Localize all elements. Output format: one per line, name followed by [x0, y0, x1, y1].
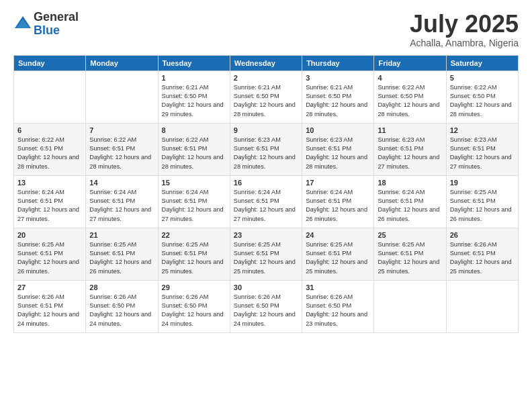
day-number: 13: [17, 179, 82, 187]
day-info: Sunrise: 6:24 AMSunset: 6:51 PMDaylight:…: [162, 188, 226, 224]
day-number: 7: [89, 126, 154, 134]
table-row: 20Sunrise: 6:25 AMSunset: 6:51 PMDayligh…: [14, 228, 86, 280]
calendar-table: Sunday Monday Tuesday Wednesday Thursday…: [13, 55, 519, 333]
day-info: Sunrise: 6:25 AMSunset: 6:51 PMDaylight:…: [306, 240, 370, 276]
day-info: Sunrise: 6:26 AMSunset: 6:51 PMDaylight:…: [17, 293, 82, 328]
table-row: 4Sunrise: 6:22 AMSunset: 6:50 PMDaylight…: [374, 71, 446, 123]
page: General Blue July 2025 Achalla, Anambra,…: [0, 0, 532, 411]
day-number: 17: [306, 179, 370, 187]
day-number: 12: [450, 126, 515, 134]
day-info: Sunrise: 6:26 AMSunset: 6:50 PMDaylight:…: [234, 293, 298, 328]
calendar-week-row: 27Sunrise: 6:26 AMSunset: 6:51 PMDayligh…: [14, 280, 519, 332]
day-info: Sunrise: 6:24 AMSunset: 6:51 PMDaylight:…: [378, 188, 442, 224]
table-row: 23Sunrise: 6:25 AMSunset: 6:51 PMDayligh…: [230, 228, 302, 280]
table-row: 27Sunrise: 6:26 AMSunset: 6:51 PMDayligh…: [14, 280, 86, 332]
table-row: 10Sunrise: 6:23 AMSunset: 6:51 PMDayligh…: [302, 123, 374, 175]
table-row: 29Sunrise: 6:26 AMSunset: 6:50 PMDayligh…: [158, 280, 230, 332]
day-info: Sunrise: 6:26 AMSunset: 6:50 PMDaylight:…: [89, 293, 154, 328]
header-saturday: Saturday: [446, 55, 518, 71]
day-number: 6: [17, 126, 82, 134]
day-info: Sunrise: 6:23 AMSunset: 6:51 PMDaylight:…: [234, 136, 298, 171]
day-info: Sunrise: 6:21 AMSunset: 6:50 PMDaylight:…: [306, 83, 370, 119]
day-number: 1: [162, 74, 226, 82]
day-number: 2: [234, 74, 298, 82]
table-row: 8Sunrise: 6:22 AMSunset: 6:51 PMDaylight…: [158, 123, 230, 175]
location: Achalla, Anambra, Nigeria: [410, 38, 519, 48]
day-info: Sunrise: 6:25 AMSunset: 6:51 PMDaylight:…: [378, 240, 442, 276]
table-row: 7Sunrise: 6:22 AMSunset: 6:51 PMDaylight…: [86, 123, 158, 175]
day-info: Sunrise: 6:22 AMSunset: 6:50 PMDaylight:…: [378, 83, 442, 119]
table-row: 22Sunrise: 6:25 AMSunset: 6:51 PMDayligh…: [158, 228, 230, 280]
day-info: Sunrise: 6:24 AMSunset: 6:51 PMDaylight:…: [89, 188, 154, 224]
table-row: 15Sunrise: 6:24 AMSunset: 6:51 PMDayligh…: [158, 175, 230, 228]
day-number: 16: [234, 179, 298, 187]
table-row: 26Sunrise: 6:26 AMSunset: 6:51 PMDayligh…: [446, 228, 518, 280]
calendar-week-row: 20Sunrise: 6:25 AMSunset: 6:51 PMDayligh…: [14, 228, 519, 280]
day-number: 5: [450, 74, 515, 82]
calendar-week-row: 13Sunrise: 6:24 AMSunset: 6:51 PMDayligh…: [14, 175, 519, 228]
day-number: 22: [162, 231, 226, 239]
day-info: Sunrise: 6:23 AMSunset: 6:51 PMDaylight:…: [450, 136, 515, 171]
day-info: Sunrise: 6:25 AMSunset: 6:51 PMDaylight:…: [234, 240, 298, 276]
day-number: 21: [89, 231, 154, 239]
day-number: 26: [450, 231, 515, 239]
header-monday: Monday: [86, 55, 158, 71]
day-info: Sunrise: 6:25 AMSunset: 6:51 PMDaylight:…: [17, 240, 82, 276]
day-info: Sunrise: 6:24 AMSunset: 6:51 PMDaylight:…: [306, 188, 370, 224]
day-number: 28: [89, 283, 154, 291]
header-sunday: Sunday: [14, 55, 86, 71]
day-info: Sunrise: 6:26 AMSunset: 6:51 PMDaylight:…: [450, 240, 515, 276]
day-number: 10: [306, 126, 370, 134]
day-number: 15: [162, 179, 226, 187]
table-row: 5Sunrise: 6:22 AMSunset: 6:50 PMDaylight…: [446, 71, 518, 123]
day-number: 29: [162, 283, 226, 291]
table-row: 6Sunrise: 6:22 AMSunset: 6:51 PMDaylight…: [14, 123, 86, 175]
header: General Blue July 2025 Achalla, Anambra,…: [13, 11, 519, 48]
table-row: 19Sunrise: 6:25 AMSunset: 6:51 PMDayligh…: [446, 175, 518, 228]
day-number: 4: [378, 74, 442, 82]
logo: General Blue: [13, 11, 79, 38]
day-number: 11: [378, 126, 442, 134]
day-number: 8: [162, 126, 226, 134]
table-row: 9Sunrise: 6:23 AMSunset: 6:51 PMDaylight…: [230, 123, 302, 175]
table-row: [86, 71, 158, 123]
table-row: 25Sunrise: 6:25 AMSunset: 6:51 PMDayligh…: [374, 228, 446, 280]
day-info: Sunrise: 6:23 AMSunset: 6:51 PMDaylight:…: [378, 136, 442, 171]
day-info: Sunrise: 6:26 AMSunset: 6:50 PMDaylight:…: [306, 293, 370, 328]
day-info: Sunrise: 6:25 AMSunset: 6:51 PMDaylight:…: [450, 188, 515, 224]
table-row: 16Sunrise: 6:24 AMSunset: 6:51 PMDayligh…: [230, 175, 302, 228]
title-block: July 2025 Achalla, Anambra, Nigeria: [410, 11, 519, 48]
day-number: 9: [234, 126, 298, 134]
logo-icon: [13, 15, 32, 34]
header-tuesday: Tuesday: [158, 55, 230, 71]
day-number: 30: [234, 283, 298, 291]
header-wednesday: Wednesday: [230, 55, 302, 71]
day-number: 3: [306, 74, 370, 82]
logo-blue: Blue: [34, 24, 79, 38]
table-row: 24Sunrise: 6:25 AMSunset: 6:51 PMDayligh…: [302, 228, 374, 280]
table-row: 3Sunrise: 6:21 AMSunset: 6:50 PMDaylight…: [302, 71, 374, 123]
header-friday: Friday: [374, 55, 446, 71]
table-row: 13Sunrise: 6:24 AMSunset: 6:51 PMDayligh…: [14, 175, 86, 228]
day-info: Sunrise: 6:26 AMSunset: 6:50 PMDaylight:…: [162, 293, 226, 328]
day-number: 25: [378, 231, 442, 239]
table-row: 1Sunrise: 6:21 AMSunset: 6:50 PMDaylight…: [158, 71, 230, 123]
logo-text: General Blue: [34, 11, 79, 38]
day-info: Sunrise: 6:21 AMSunset: 6:50 PMDaylight:…: [162, 83, 226, 119]
table-row: 31Sunrise: 6:26 AMSunset: 6:50 PMDayligh…: [302, 280, 374, 332]
day-number: 19: [450, 179, 515, 187]
day-info: Sunrise: 6:21 AMSunset: 6:50 PMDaylight:…: [234, 83, 298, 119]
day-info: Sunrise: 6:24 AMSunset: 6:51 PMDaylight:…: [234, 188, 298, 224]
calendar-week-row: 1Sunrise: 6:21 AMSunset: 6:50 PMDaylight…: [14, 71, 519, 123]
table-row: 11Sunrise: 6:23 AMSunset: 6:51 PMDayligh…: [374, 123, 446, 175]
table-row: 17Sunrise: 6:24 AMSunset: 6:51 PMDayligh…: [302, 175, 374, 228]
table-row: 28Sunrise: 6:26 AMSunset: 6:50 PMDayligh…: [86, 280, 158, 332]
header-thursday: Thursday: [302, 55, 374, 71]
table-row: [374, 280, 446, 332]
day-number: 20: [17, 231, 82, 239]
day-info: Sunrise: 6:24 AMSunset: 6:51 PMDaylight:…: [17, 188, 82, 224]
calendar-week-row: 6Sunrise: 6:22 AMSunset: 6:51 PMDaylight…: [14, 123, 519, 175]
table-row: [446, 280, 518, 332]
table-row: 12Sunrise: 6:23 AMSunset: 6:51 PMDayligh…: [446, 123, 518, 175]
day-info: Sunrise: 6:22 AMSunset: 6:51 PMDaylight:…: [162, 136, 226, 171]
